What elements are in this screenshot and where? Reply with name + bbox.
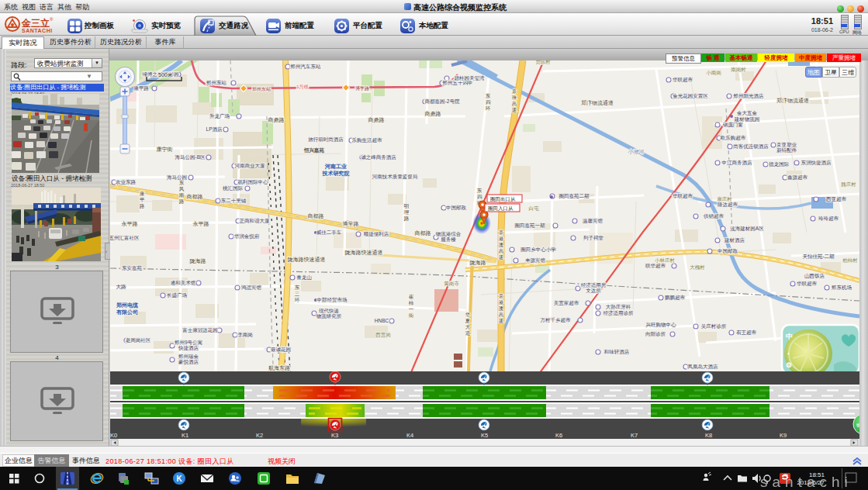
svg-text:有限公司: 有限公司 bbox=[116, 309, 138, 316]
svg-text:郑州东站: 郑州东站 bbox=[252, 86, 271, 92]
svg-text:郑州瑞金: 郑州瑞金 bbox=[178, 354, 199, 359]
svg-text:郑东机场: 郑东机场 bbox=[831, 285, 852, 291]
svg-text:华联超市: 华联超市 bbox=[797, 281, 818, 287]
svg-text:永平路: 永平路 bbox=[193, 221, 209, 227]
svg-text:商都嘉园-2号院: 商都嘉园-2号院 bbox=[425, 98, 460, 105]
svg-text:列子祠堂: 列子祠堂 bbox=[583, 235, 604, 241]
svg-text:⚙: ⚙ bbox=[786, 361, 792, 369]
svg-text:小林庄村: 小林庄村 bbox=[655, 257, 675, 264]
svg-text:HNBC: HNBC bbox=[375, 318, 389, 323]
svg-text:商鼎路: 商鼎路 bbox=[368, 117, 385, 123]
svg-text:santachi: santachi bbox=[760, 474, 852, 490]
svg-text:豪悦酒店: 豪悦酒店 bbox=[178, 359, 199, 365]
svg-text:威佳二手车: 威佳二手车 bbox=[316, 229, 342, 235]
svg-text:明理路: 明理路 bbox=[404, 203, 410, 222]
svg-text:吴庄村诊所: 吴庄村诊所 bbox=[701, 323, 727, 330]
svg-text:东三环: 东三环 bbox=[295, 285, 300, 302]
svg-text:富士康冠达花园: 富士康冠达花园 bbox=[182, 327, 218, 333]
svg-text:向阳诊所: 向阳诊所 bbox=[645, 331, 666, 337]
svg-text:服务楼: 服务楼 bbox=[441, 236, 456, 243]
svg-text:中: 中 bbox=[786, 333, 793, 340]
svg-text:陇海路: 陇海路 bbox=[470, 260, 486, 266]
svg-text:山西饭店: 山西饭店 bbox=[804, 273, 825, 279]
svg-text:郑州汽车东站: 郑州汽车东站 bbox=[290, 64, 322, 70]
svg-text:商鼎路: 商鼎路 bbox=[268, 117, 285, 123]
svg-text:K6: K6 bbox=[555, 432, 562, 439]
svg-text:老周岗社区: 老周岗社区 bbox=[126, 337, 151, 343]
svg-text:K4: K4 bbox=[406, 432, 413, 439]
svg-text:小潮河: 小潮河 bbox=[628, 149, 645, 155]
svg-text:五州汇富社区: 五州汇富社区 bbox=[110, 235, 140, 241]
svg-text:青龙山: 青龙山 bbox=[296, 274, 312, 280]
svg-text:LP酒店: LP酒店 bbox=[206, 126, 223, 133]
svg-text:河南工业: 河南工业 bbox=[324, 164, 347, 170]
svg-text:圈田嘉苑二期: 圈田嘉苑二期 bbox=[559, 193, 590, 199]
svg-text:金光花园安置区: 金光花园安置区 bbox=[673, 93, 708, 99]
svg-text:1号线: 1号线 bbox=[296, 85, 308, 89]
svg-text:物流研究所: 物流研究所 bbox=[316, 313, 342, 319]
svg-text:郑州东站: 郑州东站 bbox=[206, 80, 227, 86]
svg-text:华联超市: 华联超市 bbox=[673, 77, 693, 83]
svg-text:玲玲超市: 玲玲超市 bbox=[818, 216, 839, 222]
svg-text:康平路: 康平路 bbox=[133, 85, 149, 91]
svg-text:陇海路: 陇海路 bbox=[190, 258, 206, 264]
svg-text:李南岗: 李南岗 bbox=[237, 332, 253, 338]
svg-text:京港澳高速: 京港澳高速 bbox=[499, 293, 504, 323]
svg-text:乐购生活超市: 乐购生活超市 bbox=[352, 137, 383, 143]
svg-text:京港澳高速: 京港澳高速 bbox=[499, 229, 504, 260]
svg-text:商都路: 商都路 bbox=[307, 213, 324, 219]
svg-text:魏庄村: 魏庄村 bbox=[841, 181, 856, 188]
svg-text:海马公园-B区: 海马公园-B区 bbox=[175, 154, 206, 160]
svg-text:康庄村: 康庄村 bbox=[717, 196, 732, 202]
svg-text:西宜岗: 西宜岗 bbox=[375, 332, 391, 338]
svg-text:鹏鹏超市: 鹏鹏超市 bbox=[665, 295, 686, 301]
svg-text:东润快捷酒店: 东润快捷酒店 bbox=[801, 160, 832, 166]
svg-text:圈田乡中心小学: 圈田乡中心小学 bbox=[520, 247, 556, 253]
svg-text:经济适用诊所: 经济适用诊所 bbox=[603, 310, 635, 316]
svg-text:最诚花园: 最诚花园 bbox=[271, 347, 291, 353]
svg-text:郑州9号公寓: 郑州9号公寓 bbox=[174, 340, 203, 345]
svg-text:河南商业大厦: 河南商业大厦 bbox=[235, 163, 266, 169]
svg-text:白屯: 白屯 bbox=[529, 205, 540, 212]
svg-text:康平路: 康平路 bbox=[140, 191, 145, 209]
svg-text:旅行箱时尚酒店: 旅行箱时尚酒店 bbox=[308, 136, 344, 143]
svg-text:铜庞门窗: 铜庞门窗 bbox=[722, 122, 743, 128]
svg-text:圈田出口从: 圈田出口从 bbox=[490, 196, 516, 202]
svg-text:K0: K0 bbox=[110, 432, 117, 439]
svg-text:凯利国际中心: 凯利国际中心 bbox=[238, 179, 269, 185]
svg-text:东二十里铺: 东二十里铺 bbox=[221, 198, 247, 203]
svg-text:商都路: 商都路 bbox=[414, 230, 431, 236]
svg-text:K2: K2 bbox=[256, 432, 263, 439]
svg-text:康宁街: 康宁街 bbox=[157, 146, 173, 153]
svg-text:天怡佳苑-二期: 天怡佳苑-二期 bbox=[802, 254, 834, 260]
svg-text:郑汴物流通道: 郑汴物流通道 bbox=[581, 99, 614, 106]
svg-text:博学路: 博学路 bbox=[343, 221, 359, 227]
svg-text:新特配件: 新特配件 bbox=[776, 147, 797, 154]
svg-text:浅海建材园A区: 浅海建材园A区 bbox=[730, 226, 764, 232]
svg-text:京珠高速: 京珠高速 bbox=[512, 88, 517, 112]
svg-text:升龙广场: 升龙广场 bbox=[209, 113, 230, 119]
svg-text:诚之峰商务酒店: 诚之峰商务酒店 bbox=[361, 154, 396, 160]
svg-text:丰源宾馆: 丰源宾馆 bbox=[525, 257, 546, 264]
svg-text:供销超市: 供销超市 bbox=[704, 213, 724, 219]
svg-text:快捷酒店: 快捷酒店 bbox=[178, 345, 199, 351]
svg-text:郑州五十四中: 郑州五十四中 bbox=[442, 80, 473, 85]
svg-text:中江商务酒店: 中江商务酒店 bbox=[722, 160, 753, 166]
svg-text:郑州电缆: 郑州电缆 bbox=[116, 302, 138, 309]
svg-text:京亚塑业: 京亚塑业 bbox=[776, 142, 797, 147]
svg-text:K8: K8 bbox=[705, 432, 712, 439]
svg-text:石王超市: 石王超市 bbox=[736, 330, 757, 336]
svg-text:顺捷便利店: 顺捷便利店 bbox=[364, 231, 389, 237]
svg-text:K5: K5 bbox=[481, 432, 488, 439]
svg-text:。: 。 bbox=[787, 349, 793, 355]
svg-text:通和美术馆: 通和美术馆 bbox=[171, 280, 196, 286]
svg-text:SANTACHI: SANTACHI bbox=[22, 28, 53, 33]
svg-text:®: ® bbox=[50, 17, 54, 22]
svg-text:航海东路: 航海东路 bbox=[268, 365, 290, 371]
svg-text:黄岗寺: 黄岗寺 bbox=[444, 281, 459, 287]
svg-text:东安嘉苑: 东安嘉苑 bbox=[122, 265, 143, 271]
svg-text:正商和谐大厦: 正商和谐大厦 bbox=[240, 218, 271, 224]
svg-text:畅通: 畅通 bbox=[856, 423, 859, 428]
svg-text:小南岗: 小南岗 bbox=[706, 70, 721, 76]
svg-text:建材酒店: 建材酒店 bbox=[724, 237, 745, 243]
